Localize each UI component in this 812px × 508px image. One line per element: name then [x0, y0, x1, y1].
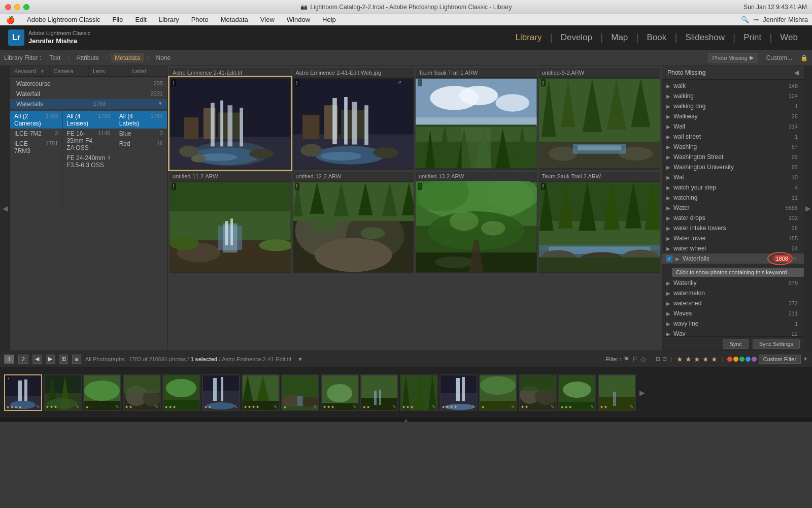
star-2[interactable]: ★: [685, 355, 692, 363]
filmstrip-thumb-1[interactable]: 3 ★ ★ ★ ★ ✎: [4, 374, 42, 411]
filter-custom-btn[interactable]: Custom...: [762, 53, 796, 62]
page-1-btn[interactable]: 1: [4, 355, 14, 364]
minimize-btn[interactable]: [14, 4, 20, 10]
kw-item-water-wheel[interactable]: ▶ water wheel 24: [662, 243, 804, 253]
dropdown-arrow[interactable]: ▼: [297, 356, 303, 362]
grid-cell-2[interactable]: Astro Eminence 2-41-Edit Web.jpg: [293, 68, 414, 170]
filmstrip-thumb-11[interactable]: ★ ★ ★ ✎: [400, 374, 438, 411]
filmstrip-thumb-9[interactable]: ★ ★ ★ ✎: [321, 374, 359, 411]
keyword-row-watercourse[interactable]: Watercourse 205: [10, 79, 167, 89]
filmstrip-thumb-13[interactable]: ★ ✎: [479, 374, 517, 411]
kw-item-watching[interactable]: ▶ watching 11: [662, 193, 804, 203]
keyword-scroll-list[interactable]: ▶ walk 148 ▶ walking 124 ▶ walking dog 1…: [662, 80, 804, 336]
kw-item-water-drops[interactable]: ▶ water drops 102: [662, 213, 804, 223]
custom-filter-arrow[interactable]: ▼: [803, 356, 808, 362]
photo-image-5[interactable]: !: [170, 181, 291, 273]
photo-image-4[interactable]: !: [539, 77, 660, 170]
kw-item-waves[interactable]: ▶ Waves 211: [662, 308, 804, 319]
kw-item-wall[interactable]: ▶ Wall 314: [662, 121, 804, 132]
star-3[interactable]: ★: [694, 355, 700, 363]
close-btn[interactable]: [5, 4, 11, 10]
bottom-resize-handle[interactable]: ▲: [0, 418, 812, 422]
red-label-filter[interactable]: [727, 357, 732, 362]
label-blue[interactable]: Blue 3: [115, 129, 167, 139]
grid-cell-1[interactable]: Astro Eminence 2-41-Edit.tif: [170, 68, 291, 170]
reject-flag[interactable]: ⚐: [632, 355, 638, 363]
photo-image-8[interactable]: !: [539, 181, 660, 273]
module-book[interactable]: Book: [641, 25, 673, 50]
filmstrip-scroll-right[interactable]: ▶: [639, 389, 645, 397]
maximize-btn[interactable]: [23, 4, 29, 10]
filmstrip-thumb-16[interactable]: ★ ★ ✎: [598, 374, 636, 411]
menu-apple[interactable]: 🍎: [4, 16, 17, 24]
filter-metadata-btn[interactable]: Metadata: [111, 53, 144, 62]
grid-icon-btn[interactable]: ⊞: [656, 356, 660, 362]
keyword-row-waterfalls[interactable]: Waterfalls 1783 ▼: [10, 99, 167, 109]
menu-view[interactable]: View: [258, 16, 277, 23]
kw-item-wall-street[interactable]: ▶ wall street 1: [662, 132, 804, 142]
camera-ilce7m2[interactable]: ILCE-7M2 2: [10, 129, 62, 139]
filmstrip-thumb-12[interactable]: ★ ★ ★ ★ ✎: [439, 374, 478, 411]
grid-cell-5[interactable]: untitled-11-2.ARW: [170, 172, 291, 273]
photo-image-3[interactable]: !: [416, 77, 537, 170]
filmstrip-thumb-14[interactable]: ★ ★ ✎: [519, 374, 557, 411]
unflagged[interactable]: ◇: [640, 355, 646, 363]
photo-image-7[interactable]: !: [416, 181, 537, 273]
module-develop[interactable]: Develop: [555, 25, 598, 50]
filmstrip-thumb-4[interactable]: ★ ★ ✎: [123, 374, 161, 411]
grid-cell-8[interactable]: Taum Sauk Trail 2.ARW: [539, 172, 660, 273]
label-red[interactable]: Red 16: [115, 139, 167, 149]
camera-col-header[interactable]: Camera: [50, 66, 89, 76]
kw-item-walking-dog[interactable]: ▶ walking dog 1: [662, 101, 804, 111]
star-1[interactable]: ★: [676, 355, 683, 363]
filmstrip-thumb-3[interactable]: ★ ✎: [83, 374, 121, 411]
green-label-filter[interactable]: [739, 357, 745, 362]
blue-label-filter[interactable]: [746, 357, 751, 362]
kw-item-waterfalls[interactable]: ✓ ▶ Waterfalls 1808 ✎ Click to show phot…: [662, 253, 804, 264]
lens-col-header[interactable]: Lens: [89, 66, 128, 76]
keyword-col-header[interactable]: Keyword ▼: [10, 66, 50, 76]
kw-item-walking[interactable]: ▶ walking 124: [662, 91, 804, 101]
kw-item-water[interactable]: ▶ Water 5666: [662, 203, 804, 213]
lock-icon[interactable]: 🔒: [800, 54, 808, 61]
menu-lightroom[interactable]: Adobe Lightroom Classic: [25, 16, 103, 23]
kw-item-washing[interactable]: ▶ Washing 57: [662, 142, 804, 152]
photo-image-6[interactable]: !: [293, 181, 414, 273]
filmstrip-thumb-2[interactable]: ★ ★ ★ ✎: [44, 374, 82, 411]
kw-item-waterlily[interactable]: ▶ Waterlily 579: [662, 278, 804, 288]
kw-item-washington-street[interactable]: ▶ Washington Street 99: [662, 152, 804, 162]
module-print[interactable]: Print: [737, 25, 767, 50]
module-slideshow[interactable]: Slideshow: [679, 25, 731, 50]
collapse-icon[interactable]: ◀: [794, 69, 799, 76]
label-col-header[interactable]: Label: [128, 66, 167, 76]
lens-24-240[interactable]: FE 24-240mm F3.5-6.3 OSS 4: [62, 153, 114, 170]
filmstrip-thumb-15[interactable]: ★ ★ ★ ✎: [558, 374, 596, 411]
right-collapse-arrow[interactable]: ▶: [804, 204, 812, 212]
filmstrip-thumb-5[interactable]: ★ ★ ★: [162, 374, 200, 411]
grid-view-btn[interactable]: ⊞: [59, 355, 68, 364]
next-page-btn[interactable]: ▶: [46, 355, 55, 364]
grid-cell-3[interactable]: Taum Sauk Trail 1.ARW: [416, 68, 537, 170]
page-2-btn[interactable]: 2: [18, 355, 28, 364]
list-view-btn[interactable]: ≡: [72, 355, 81, 364]
sync-button[interactable]: Sync: [723, 339, 748, 349]
filmstrip-thumb-10[interactable]: ★ ★ ✎: [360, 374, 398, 411]
keyword-row-waterfall[interactable]: Waterfall 2231: [10, 89, 167, 99]
kw-item-way[interactable]: ▶ Way 22: [662, 329, 804, 336]
menu-window[interactable]: Window: [285, 16, 312, 23]
camera-all[interactable]: All (2 Cameras) 1783: [10, 111, 62, 129]
sync-settings-button[interactable]: Sync Settings: [753, 339, 800, 349]
grid-cell-4[interactable]: untitled-9-2.ARW: [539, 68, 660, 170]
star-5[interactable]: ★: [711, 355, 718, 363]
label-all[interactable]: All (4 Labels) 1783: [115, 111, 167, 129]
menu-help[interactable]: Help: [320, 16, 338, 23]
left-panel-toggle[interactable]: ◀: [0, 66, 10, 351]
traffic-lights[interactable]: [5, 4, 29, 10]
menu-photo[interactable]: Photo: [189, 16, 211, 23]
filmstrip-thumb-8[interactable]: ★ ✎: [281, 374, 319, 411]
kw-item-water-intake[interactable]: ▶ water intake towers 26: [662, 223, 804, 233]
prev-page-btn[interactable]: ◀: [32, 355, 42, 364]
flag-filter[interactable]: ⚑: [623, 355, 630, 363]
kw-item-washington-university[interactable]: ▶ Washington University 65: [662, 162, 804, 172]
keyword-checkbox[interactable]: ✓: [666, 256, 672, 262]
